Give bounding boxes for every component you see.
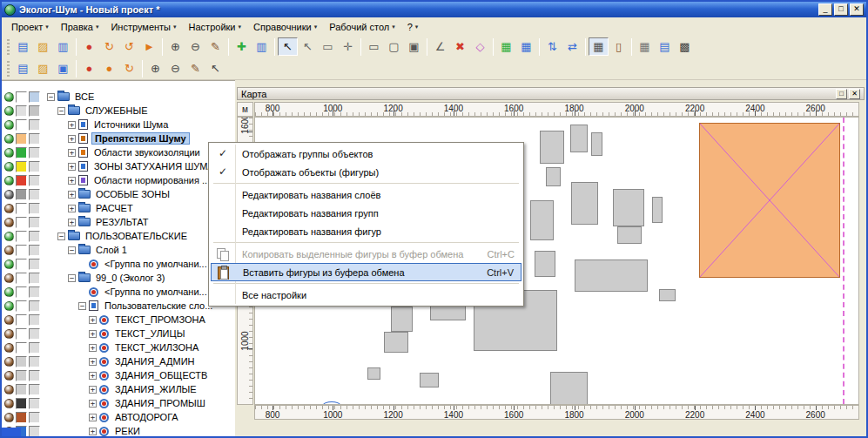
vertical-ruler-button[interactable]: ▯ <box>609 37 629 56</box>
tree-expander[interactable]: + <box>89 400 97 408</box>
open-project-button[interactable]: ▨ <box>33 37 53 56</box>
tree-row[interactable]: +ЗДАНИЯ_ЖИЛЫЕ <box>2 382 235 396</box>
building-shape[interactable] <box>575 259 648 292</box>
rotate-orange-button[interactable]: ↻ <box>119 59 139 77</box>
building-shape[interactable] <box>591 132 602 156</box>
tree-expander[interactable]: + <box>89 428 97 435</box>
visibility-ball-icon[interactable] <box>4 190 14 199</box>
building-shape[interactable] <box>613 189 644 226</box>
visibility-ball-icon[interactable] <box>4 315 14 325</box>
zoom-out-button[interactable]: ⊖ <box>185 37 205 56</box>
grid-show-button[interactable]: ▦ <box>516 37 536 56</box>
line-color-swatch[interactable] <box>29 231 40 242</box>
visibility-ball-icon[interactable] <box>4 385 14 394</box>
tree-row[interactable]: −ПОЛЬЗОВАТЕЛЬСКИЕ <box>2 229 235 243</box>
fill-color-swatch[interactable] <box>16 412 27 423</box>
tree-node-label[interactable]: ЗДАНИЯ_ОБЩЕСТВ <box>112 370 210 381</box>
recalc-all-button[interactable]: ↺ <box>119 37 139 56</box>
context-menu-item[interactable]: Вставить фигуры из буфера обменаCtrl+V <box>211 263 521 281</box>
tree-node-label[interactable]: ЗОНЫ ЗАТУХАНИЯ ШУМА <box>91 161 217 172</box>
tree-node-label[interactable]: ПОЛЬЗОВАТЕЛЬСКИЕ <box>83 231 190 241</box>
building-shape[interactable] <box>540 131 564 164</box>
visibility-ball-icon[interactable] <box>4 106 14 116</box>
pointer-tool-button[interactable]: ↖ <box>205 59 225 77</box>
export-data-button[interactable]: ▤ <box>655 37 675 56</box>
line-color-swatch[interactable] <box>29 342 40 354</box>
line-color-swatch[interactable] <box>29 133 40 145</box>
select-node-tool-button[interactable]: ↖ <box>298 37 318 56</box>
menu-item-project[interactable]: Проект▾ <box>5 20 55 34</box>
fill-color-swatch[interactable] <box>16 259 27 270</box>
building-shape[interactable] <box>571 182 598 225</box>
building-shape[interactable] <box>367 367 380 380</box>
building-shape[interactable] <box>550 372 588 405</box>
tree-node-label[interactable]: ТЕКСТ_ПРОМЗОНА <box>112 314 208 325</box>
tree-expander[interactable]: + <box>68 135 76 143</box>
line-color-swatch[interactable] <box>29 217 40 228</box>
context-menu-item[interactable]: Редактировать названия фигур <box>211 222 521 240</box>
tree-node-label[interactable]: АВТОДОРОГА <box>112 412 181 422</box>
tree-row[interactable]: −Слой 1 <box>2 243 235 257</box>
visibility-ball-icon[interactable] <box>4 329 14 339</box>
line-color-swatch[interactable] <box>29 175 40 186</box>
line-color-swatch[interactable] <box>29 273 40 284</box>
visibility-ball-icon[interactable] <box>4 259 14 269</box>
context-menu-item[interactable]: Копировать выделенные фигуры в буфер обм… <box>211 245 521 263</box>
tree-expander[interactable]: + <box>68 219 76 226</box>
menu-item-references[interactable]: Справочники▾ <box>247 20 323 34</box>
tree-row[interactable]: +ЗДАНИЯ_ПРОМЫШ <box>2 396 235 410</box>
tree-node-label[interactable]: Слой 1 <box>93 245 130 255</box>
context-menu-item[interactable]: ✓Отображать объекты (фигуры) <box>211 163 521 181</box>
fill-color-swatch[interactable] <box>16 133 27 145</box>
visibility-ball-icon[interactable] <box>4 399 14 408</box>
fill-color-swatch[interactable] <box>16 189 27 200</box>
tree-expander[interactable]: + <box>89 372 97 380</box>
line-color-swatch[interactable] <box>29 259 40 270</box>
building-shape[interactable] <box>546 167 561 186</box>
swap-horizontal-button[interactable]: ⇄ <box>562 37 582 56</box>
tree-expander[interactable]: + <box>68 177 76 185</box>
building-shape[interactable] <box>617 226 642 244</box>
tree-row[interactable]: <Группа по умолчани... <box>2 257 235 271</box>
fill-color-swatch[interactable] <box>16 384 27 395</box>
line-color-swatch[interactable] <box>29 356 40 367</box>
tree-node-label[interactable]: РЕКИ <box>112 426 143 436</box>
pan-tool-button[interactable]: ✛ <box>338 37 358 56</box>
tree-row[interactable]: +ЗДАНИЯ_АДМИН <box>2 354 235 368</box>
tree-expander[interactable]: + <box>68 121 76 129</box>
refresh-data-button[interactable]: ↻ <box>99 37 119 56</box>
tree-expander[interactable]: − <box>68 274 76 282</box>
fill-color-swatch[interactable] <box>16 203 27 214</box>
tree-node-label[interactable]: ТЕКСТ_УЛИЦЫ <box>112 328 187 339</box>
tree-row[interactable]: +ТЕКСТ_ЖИЛЗОНА <box>2 340 235 354</box>
context-menu-item[interactable]: Редактировать названия групп <box>211 204 521 222</box>
tree-expander[interactable]: − <box>57 232 65 240</box>
fill-color-swatch[interactable] <box>16 217 27 228</box>
calc-source-button[interactable]: ● <box>79 37 99 56</box>
line-color-swatch[interactable] <box>29 105 40 117</box>
line-color-swatch[interactable] <box>29 370 40 381</box>
tree-node-label[interactable]: ЗДАНИЯ_ЖИЛЫЕ <box>112 384 199 394</box>
fill-color-swatch[interactable] <box>16 231 27 242</box>
print-map-button[interactable]: ▩ <box>675 37 695 56</box>
visibility-ball-icon[interactable] <box>4 162 14 172</box>
zoom-plus-button[interactable]: ⊕ <box>145 59 165 77</box>
tree-expander[interactable]: − <box>68 246 76 254</box>
draw-square-tool-button[interactable]: ▢ <box>384 37 404 56</box>
save-project-button[interactable]: ▥ <box>53 37 73 56</box>
building-shape[interactable] <box>659 289 676 301</box>
tree-node-label[interactable]: ТЕКСТ_ЖИЛЗОНА <box>112 342 201 353</box>
tree-expander[interactable]: + <box>89 344 97 352</box>
tree-expander[interactable]: + <box>68 163 76 171</box>
line-color-swatch[interactable] <box>29 119 40 131</box>
menu-item-settings[interactable]: Настройки▾ <box>183 20 247 34</box>
run-calc-button[interactable]: ► <box>139 37 159 56</box>
draw-stack-tool-button[interactable]: ▣ <box>404 37 424 56</box>
visibility-ball-icon[interactable] <box>4 148 14 158</box>
new-project-button[interactable]: ▤ <box>13 37 33 56</box>
tree-node-label[interactable]: <Группа по умолчани... <box>102 286 210 297</box>
context-menu-item[interactable]: Все настройки <box>211 286 521 304</box>
visibility-ball-icon[interactable] <box>4 413 14 422</box>
visibility-ball-icon[interactable] <box>4 357 14 367</box>
maximize-button[interactable]: □ <box>834 3 848 16</box>
